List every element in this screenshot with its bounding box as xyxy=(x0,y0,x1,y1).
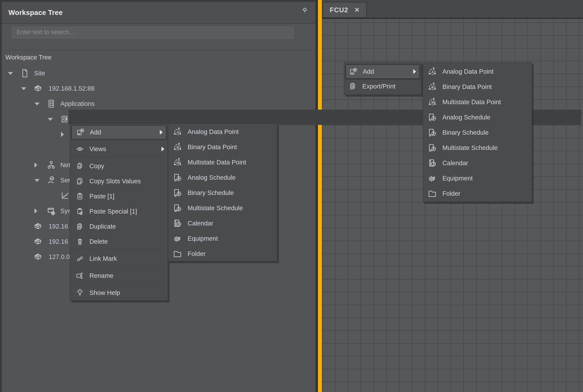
menu-item-folder[interactable]: Folder xyxy=(423,186,532,201)
delete-icon xyxy=(76,237,84,246)
menu-item-show-help[interactable]: Show Help xyxy=(70,285,168,300)
analog-schedule-icon: A xyxy=(427,112,437,122)
menu-item-calendar[interactable]: Calendar xyxy=(423,156,532,171)
menu-separator xyxy=(72,283,166,284)
menu-item-analog-schedule[interactable]: AAnalog Schedule xyxy=(168,170,277,185)
menu-item-label: Paste [1] xyxy=(90,193,114,200)
search-input[interactable] xyxy=(12,26,293,38)
menu-item-copy-slots-values[interactable]: 123Copy Slots Values xyxy=(70,174,168,189)
panel-title-bar: Workspace Tree xyxy=(2,2,315,24)
applications-icon xyxy=(46,99,56,109)
chart-icon xyxy=(60,191,70,201)
menu-item-paste-special-1-[interactable]: Paste Special [1] xyxy=(70,204,168,219)
menu-item-add[interactable]: Add xyxy=(346,64,420,79)
menu-item-label: Binary Schedule xyxy=(442,129,488,136)
chevron-down-icon[interactable] xyxy=(21,87,26,90)
menu-item-binary-schedule[interactable]: BBinary Schedule xyxy=(423,125,532,140)
menu-item-binary-data-point[interactable]: BBinary Data Point xyxy=(423,79,532,94)
binary-point-icon: B xyxy=(427,82,437,92)
svg-text:M: M xyxy=(174,210,177,212)
menu-item-label: Calendar xyxy=(188,220,213,227)
controller-icon xyxy=(33,252,43,262)
menu-item-label: Folder xyxy=(188,250,206,258)
menu-item-label: Calendar xyxy=(442,160,468,167)
add-icon xyxy=(76,128,85,137)
calendar-icon xyxy=(172,218,182,228)
chevron-right-icon[interactable] xyxy=(34,162,37,168)
menu-item-add[interactable]: Add xyxy=(71,125,166,140)
tab-fcu2[interactable]: FCU2 ✕ xyxy=(322,2,367,18)
menu-item-multistate-schedule[interactable]: MMultistate Schedule xyxy=(168,200,277,216)
menu-item-label: Equipment xyxy=(442,175,473,182)
menu-item-multistate-schedule[interactable]: MMultistate Schedule xyxy=(423,140,532,156)
menu-item-label: Delete xyxy=(90,238,108,245)
paste-special-icon xyxy=(76,207,84,216)
menu-item-analog-schedule[interactable]: AAnalog Schedule xyxy=(423,110,532,125)
analog-point-icon: A xyxy=(172,127,182,137)
menu-item-folder[interactable]: Folder xyxy=(168,246,277,262)
menu-item-binary-schedule[interactable]: BBinary Schedule xyxy=(168,185,277,200)
menu-item-label: Multistate Schedule xyxy=(188,204,243,212)
panel-border xyxy=(315,0,318,392)
menu-item-label: Paste Special [1] xyxy=(90,208,137,215)
close-icon[interactable]: ✕ xyxy=(354,7,360,13)
menu-item-label: Duplicate xyxy=(90,223,116,230)
menu-item-rename[interactable]: Rename xyxy=(70,268,168,283)
menu-item-export-print[interactable]: Export/Print xyxy=(344,79,421,94)
document-icon xyxy=(20,68,30,78)
chevron-down-icon[interactable] xyxy=(48,118,53,121)
menu-item-multistate-data-point[interactable]: MMultistate Data Point xyxy=(168,155,277,170)
binary-schedule-icon: B xyxy=(172,188,182,198)
menu-item-calendar[interactable]: Calendar xyxy=(168,216,277,231)
menu-separator xyxy=(72,249,166,250)
equipment-icon xyxy=(427,173,437,183)
submenu-arrow-icon xyxy=(160,130,163,135)
chevron-down-icon[interactable] xyxy=(34,179,40,182)
multistate-schedule-icon: M xyxy=(427,143,437,153)
menu-item-duplicate[interactable]: Duplicate xyxy=(70,219,168,234)
menu-item-paste-1-[interactable]: Paste [1] xyxy=(70,189,168,204)
panel-splitter[interactable] xyxy=(318,0,322,392)
menu-item-label: Views xyxy=(90,146,106,153)
equipment-icon xyxy=(172,234,182,244)
menu-item-label: Analog Data Point xyxy=(442,68,494,75)
tree-add-submenu: AAnalog Data PointBBinary Data PointMMul… xyxy=(168,124,277,262)
copy-slots-icon: 123 xyxy=(76,177,84,186)
menu-item-analog-data-point[interactable]: AAnalog Data Point xyxy=(168,124,277,139)
controller-icon xyxy=(33,84,43,94)
duplicate-icon xyxy=(76,222,84,231)
tree-item-label: Net xyxy=(60,162,70,169)
menu-item-equipment[interactable]: Equipment xyxy=(168,231,277,246)
menu-item-multistate-data-point[interactable]: MMultistate Data Point xyxy=(423,94,532,110)
tree-item-label: Ser xyxy=(60,177,70,184)
menu-item-equipment[interactable]: Equipment xyxy=(423,171,532,186)
menu-item-binary-data-point[interactable]: BBinary Data Point xyxy=(168,139,277,155)
menu-item-analog-data-point[interactable]: AAnalog Data Point xyxy=(423,64,532,79)
chevron-down-icon[interactable] xyxy=(34,102,40,106)
menu-item-label: Multistate Data Point xyxy=(188,159,246,166)
menu-item-label: Analog Schedule xyxy=(188,174,236,181)
tree-item-label: 192.168.1.52:88 xyxy=(49,85,94,92)
pin-icon[interactable] xyxy=(301,6,309,16)
tab-bar: FCU2 ✕ xyxy=(322,0,583,19)
tree-item-label: 192.16 xyxy=(49,238,68,245)
copy-icon xyxy=(76,162,84,170)
tree-item-label: 127.0.0 xyxy=(49,253,70,260)
menu-item-copy[interactable]: Copy xyxy=(70,158,168,174)
tree-item-applications[interactable]: Applications xyxy=(2,96,315,112)
tree-item-192-168-1-52-88[interactable]: 192.168.1.52:88 xyxy=(2,81,315,96)
menu-item-delete[interactable]: Delete xyxy=(70,234,168,249)
chevron-right-icon[interactable] xyxy=(61,132,64,137)
chevron-down-icon[interactable] xyxy=(8,72,13,75)
menu-item-link-mark[interactable]: Link Mark xyxy=(70,251,168,266)
menu-separator xyxy=(72,266,166,267)
menu-item-views[interactable]: Views xyxy=(70,142,168,156)
menu-item-label: Multistate Schedule xyxy=(442,144,498,152)
services-icon xyxy=(46,175,56,185)
menu-item-label: Analog Data Point xyxy=(188,128,239,136)
add-icon xyxy=(349,67,358,76)
svg-text:B: B xyxy=(174,194,176,197)
chevron-right-icon[interactable] xyxy=(34,208,37,214)
svg-text:B: B xyxy=(431,85,434,89)
tree-item-site[interactable]: Site xyxy=(2,66,315,81)
